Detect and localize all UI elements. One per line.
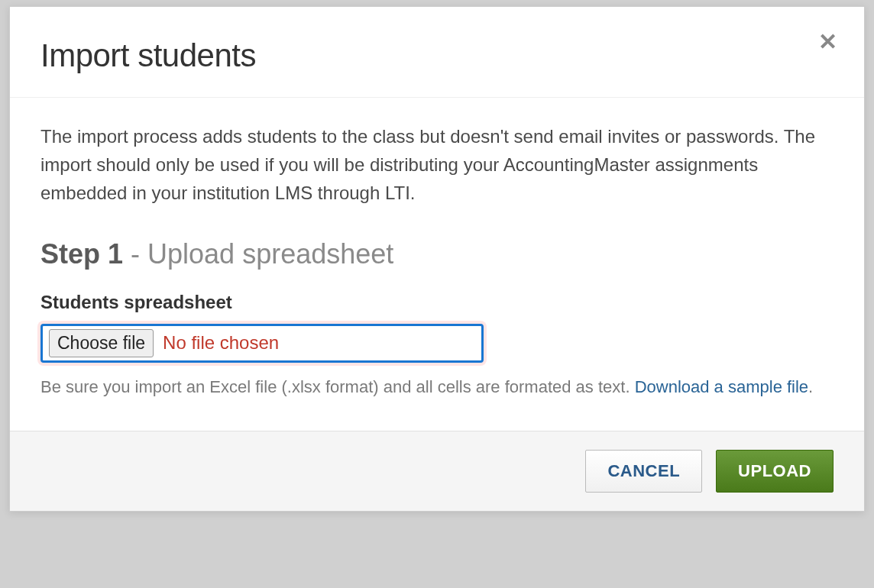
step-number: Step 1	[40, 238, 123, 270]
step-separator: -	[123, 238, 147, 270]
close-icon: ✕	[818, 31, 837, 53]
import-description: The import process adds students to the …	[40, 122, 834, 208]
step-heading: Step 1 - Upload spreadsheet	[40, 238, 834, 270]
step-title: Upload spreadsheet	[147, 238, 393, 270]
upload-button[interactable]: UPLOAD	[716, 450, 834, 493]
modal-title: Import students	[40, 37, 834, 74]
modal-body: The import process adds students to the …	[10, 98, 864, 431]
file-status-text: No file chosen	[163, 332, 279, 354]
helper-text-suffix: .	[808, 377, 813, 396]
import-students-modal: Import students ✕ The import process add…	[9, 6, 865, 512]
file-input[interactable]: Choose file No file chosen	[40, 324, 484, 363]
cancel-button[interactable]: CANCEL	[585, 450, 702, 493]
download-sample-link[interactable]: Download a sample file	[635, 377, 808, 396]
choose-file-button[interactable]: Choose file	[49, 329, 154, 357]
helper-text: Be sure you import an Excel file (.xlsx …	[40, 373, 834, 400]
helper-text-prefix: Be sure you import an Excel file (.xlsx …	[40, 377, 635, 396]
modal-footer: CANCEL UPLOAD	[10, 431, 864, 511]
close-button[interactable]: ✕	[814, 28, 841, 56]
spreadsheet-field-label: Students spreadsheet	[40, 292, 834, 313]
modal-header: Import students ✕	[10, 7, 864, 98]
